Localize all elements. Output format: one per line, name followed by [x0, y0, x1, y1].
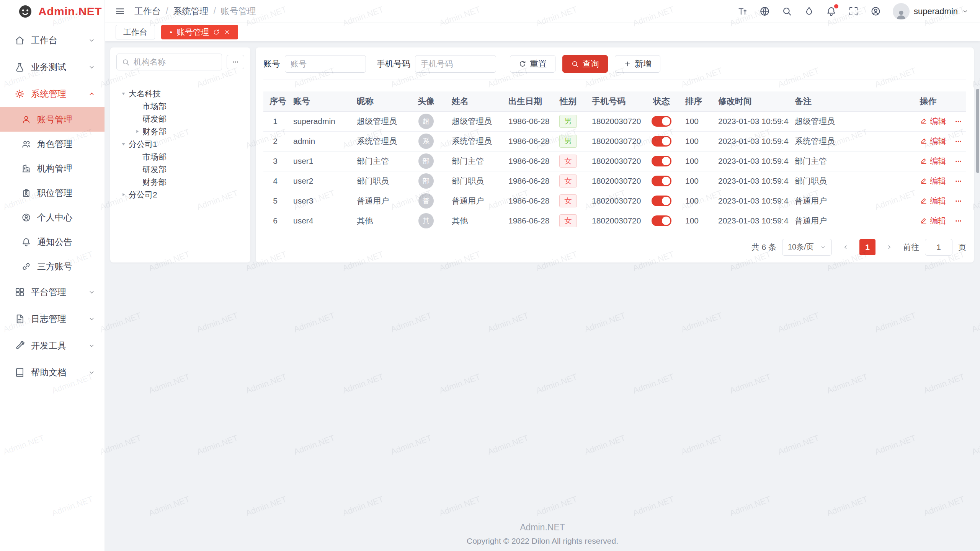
edit-label: 编辑 — [930, 196, 946, 206]
sidebar-item-business-test[interactable]: 业务测试 — [0, 54, 105, 80]
edit-button[interactable]: 编辑 — [920, 156, 946, 166]
edit-button[interactable]: 编辑 — [920, 136, 946, 147]
gender-tag: 女 — [559, 194, 577, 207]
org-tree-panel: 大名科技市场部研发部财务部分公司1市场部研发部财务部分公司2 — [110, 47, 250, 262]
sidebar-item-label: 账号管理 — [37, 114, 72, 126]
refresh-tab-icon[interactable] — [213, 29, 220, 36]
sidebar-item-third-party-account[interactable]: 三方账号 — [0, 254, 105, 279]
tree-node[interactable]: 分公司1 — [116, 138, 244, 150]
sidebar-item-label: 角色管理 — [37, 138, 72, 150]
cell-account: superadmin — [287, 111, 351, 131]
more-actions-icon[interactable] — [954, 217, 962, 225]
tab-label: 账号管理 — [177, 27, 209, 37]
cell-sort: 100 — [679, 171, 712, 191]
tree-node[interactable]: 市场部 — [116, 150, 244, 163]
caret-down-icon[interactable] — [118, 141, 129, 147]
more-actions-icon[interactable] — [954, 197, 962, 205]
user-menu[interactable]: superadmin — [893, 3, 969, 20]
sidebar-item-role-management[interactable]: 角色管理 — [0, 132, 105, 156]
edit-button[interactable]: 编辑 — [920, 196, 946, 206]
sidebar-item-label: 业务测试 — [31, 61, 66, 73]
sidebar-item-notice[interactable]: 通知公告 — [0, 230, 105, 254]
search-button[interactable]: 查询 — [562, 55, 608, 73]
status-toggle[interactable] — [652, 116, 671, 127]
sidebar-item-position-management[interactable]: 职位管理 — [0, 181, 105, 205]
status-toggle[interactable] — [652, 176, 671, 186]
account-input[interactable] — [285, 55, 366, 73]
chevron-down-icon — [88, 342, 95, 349]
phone-input[interactable] — [415, 55, 496, 73]
cell-nickname: 其他 — [351, 211, 407, 231]
sidebar-item-log-management[interactable]: 日志管理 — [0, 305, 105, 332]
more-actions-icon[interactable] — [954, 157, 962, 165]
edit-button[interactable]: 编辑 — [920, 215, 946, 226]
tab-account-management[interactable]: 账号管理 — [161, 25, 238, 39]
row-avatar: 系 — [418, 134, 434, 149]
edit-button[interactable]: 编辑 — [920, 176, 946, 186]
sidebar-item-account-management[interactable]: 账号管理 — [0, 107, 105, 132]
status-toggle[interactable] — [652, 136, 671, 147]
caret-right-icon[interactable] — [118, 192, 129, 197]
caret-down-icon[interactable] — [118, 91, 129, 96]
sidebar-item-org-management[interactable]: 机构管理 — [0, 156, 105, 181]
theme-icon[interactable] — [804, 6, 814, 16]
more-actions-icon[interactable] — [954, 177, 962, 185]
close-tab-icon[interactable] — [224, 29, 230, 36]
cell-birthday: 1986-06-28 — [502, 171, 550, 191]
status-toggle[interactable] — [652, 196, 671, 206]
goto-page-input[interactable] — [925, 239, 952, 256]
page-button-1[interactable]: 1 — [859, 239, 875, 255]
language-icon[interactable] — [760, 6, 770, 16]
add-button[interactable]: 新增 — [615, 55, 660, 73]
prev-page-button[interactable] — [838, 239, 854, 255]
gender-tag: 女 — [559, 214, 577, 227]
tree-node[interactable]: 分公司2 — [116, 188, 244, 201]
system-submenu: 账号管理 角色管理 机构管理 职位管理 个人中心 通知公告 — [0, 107, 105, 279]
tree-node[interactable]: 财务部 — [116, 176, 244, 188]
goto-label: 前往 — [903, 242, 919, 253]
cell-modified: 2023-01-03 10:59:44 — [712, 131, 789, 151]
breadcrumb-item-workbench[interactable]: 工作台 — [134, 5, 161, 17]
profile-icon — [21, 213, 31, 222]
account-panel: 账号 手机号码 重置 查询 新增 — [256, 47, 974, 262]
reset-label: 重置 — [530, 58, 547, 70]
menu-toggle-icon[interactable] — [115, 6, 125, 16]
more-actions-icon[interactable] — [954, 137, 962, 145]
notification-badge — [834, 4, 838, 8]
page-size-select[interactable]: 10条/页 — [782, 239, 832, 256]
sidebar-item-workbench[interactable]: 工作台 — [0, 27, 105, 54]
logo[interactable]: Admin.NET — [0, 0, 105, 23]
sidebar-item-dev-tools[interactable]: 开发工具 — [0, 332, 105, 359]
tree-node[interactable]: 财务部 — [116, 125, 244, 138]
org-search-input[interactable] — [134, 57, 217, 67]
tree-node[interactable]: 大名科技 — [116, 87, 244, 100]
more-actions-icon[interactable] — [954, 117, 962, 126]
sidebar-item-platform-management[interactable]: 平台管理 — [0, 279, 105, 305]
fullscreen-icon[interactable] — [848, 6, 859, 16]
font-size-icon[interactable] — [737, 6, 748, 16]
org-more-button[interactable] — [227, 55, 244, 69]
search-icon[interactable] — [782, 6, 792, 16]
status-toggle[interactable] — [652, 156, 671, 166]
breadcrumb-item-system[interactable]: 系统管理 — [173, 5, 208, 17]
scrollbar[interactable] — [976, 89, 979, 173]
reset-button[interactable]: 重置 — [510, 55, 555, 73]
user-icon — [21, 115, 31, 124]
tab-workbench[interactable]: 工作台 — [116, 25, 155, 39]
status-toggle[interactable] — [652, 215, 671, 226]
breadcrumb-separator: / — [166, 6, 168, 16]
edit-button[interactable]: 编辑 — [920, 116, 946, 127]
cell-modified: 2023-01-03 10:59:44 — [712, 171, 789, 191]
caret-right-icon[interactable] — [132, 129, 142, 134]
profile-icon[interactable] — [871, 6, 881, 16]
tree-node[interactable]: 研发部 — [116, 163, 244, 176]
notification-icon[interactable] — [826, 6, 836, 16]
toggle-knob — [662, 177, 670, 185]
role-icon — [21, 139, 31, 149]
sidebar-item-system-management[interactable]: 系统管理 — [0, 80, 105, 107]
next-page-button[interactable] — [881, 239, 897, 255]
sidebar-item-help-docs[interactable]: 帮助文档 — [0, 359, 105, 386]
tree-node[interactable]: 研发部 — [116, 112, 244, 125]
sidebar-item-personal-center[interactable]: 个人中心 — [0, 205, 105, 230]
tree-node[interactable]: 市场部 — [116, 100, 244, 112]
